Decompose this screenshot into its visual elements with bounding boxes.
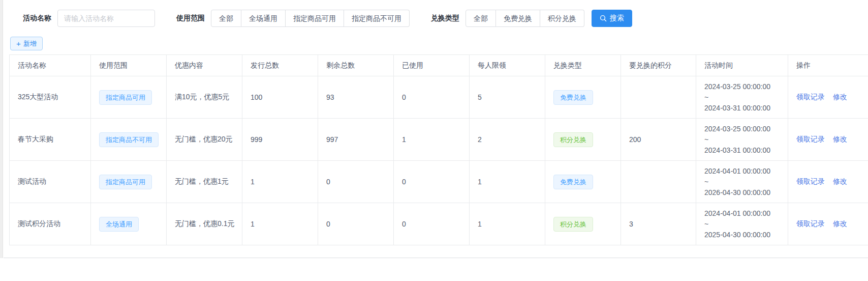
search-button[interactable]: 搜索 [592,10,632,27]
cell-usage-scope: 指定商品可用 [91,161,167,203]
time-separator: ~ [704,92,780,103]
cell-actions: 领取记录 修改 [788,203,868,245]
activity-name-input[interactable] [57,10,155,27]
cell-usage-scope: 指定商品不可用 [91,119,167,161]
cell-points-required: 200 [621,119,696,161]
usage-scope-button-group: 全部 全场通用 指定商品可用 指定商品不可用 [211,10,410,27]
page-left-gutter [0,0,3,258]
edit-link[interactable]: 修改 [833,219,847,228]
col-header-exchange-type: 兑换类型 [545,55,621,76]
cell-used: 0 [394,203,470,245]
filter-bar: 活动名称 使用范围 全部 全场通用 指定商品可用 指定商品不可用 兑换类型 全部… [0,0,868,27]
col-header-usage-scope: 使用范围 [91,55,167,76]
usage-scope-tag: 指定商品可用 [99,175,152,189]
cell-total-issued: 1 [242,203,318,245]
cell-exchange-type: 积分兑换 [545,203,621,245]
cell-per-person-limit: 1 [470,161,545,203]
usage-scope-option-specified-usable[interactable]: 指定商品可用 [286,10,344,27]
cell-total-remaining: 93 [318,76,394,119]
cell-activity-name: 325大型活动 [10,76,91,119]
cell-used: 1 [394,119,470,161]
time-end: 2024-03-31 00:00:00 [704,103,780,114]
exchange-type-tag: 积分兑换 [553,132,593,147]
table-header-row: 活动名称 使用范围 优惠内容 发行总数 剩余总数 已使用 每人限领 兑换类型 要… [10,55,868,76]
cell-per-person-limit: 5 [470,76,545,119]
usage-scope-tag: 指定商品可用 [99,90,152,105]
exchange-type-tag: 免费兑换 [553,90,593,105]
cell-usage-scope: 指定商品可用 [91,76,167,119]
exchange-type-option-all[interactable]: 全部 [466,10,496,27]
usage-scope-option-all[interactable]: 全部 [211,10,241,27]
claim-record-link[interactable]: 领取记录 [796,135,825,143]
cell-activity-time: 2024-03-25 00:00:00 ~ 2024-03-31 00:00:0… [696,119,788,161]
cell-points-required: 3 [621,203,696,245]
edit-link[interactable]: 修改 [833,93,847,101]
usage-scope-tag: 指定商品不可用 [99,132,159,147]
claim-record-link[interactable]: 领取记录 [796,177,825,185]
cell-activity-name: 测试积分活动 [10,203,91,245]
cell-discount-content: 无门槛，优惠0.1元 [167,203,242,245]
time-start: 2024-03-25 00:00:00 [704,124,780,134]
cell-activity-time: 2024-04-01 00:00:00 ~ 2025-04-30 00:00:0… [696,203,788,245]
exchange-type-tag: 积分兑换 [553,217,593,232]
cell-usage-scope: 全场通用 [91,203,167,245]
cell-activity-name: 春节大采购 [10,119,91,161]
exchange-type-button-group: 全部 免费兑换 积分兑换 [466,10,584,27]
cell-points-required [621,76,696,119]
cell-actions: 领取记录 修改 [788,161,868,203]
cell-used: 0 [394,161,470,203]
edit-link[interactable]: 修改 [833,135,847,143]
cell-per-person-limit: 2 [470,119,545,161]
cell-total-remaining: 0 [318,203,394,245]
table-row: 测试积分活动 全场通用 无门槛，优惠0.1元 1 0 0 1 积分兑换 3 20… [10,203,868,245]
cell-used: 0 [394,76,470,119]
cell-actions: 领取记录 修改 [788,119,868,161]
cell-exchange-type: 积分兑换 [545,119,621,161]
cell-actions: 领取记录 修改 [788,76,868,119]
claim-record-link[interactable]: 领取记录 [796,93,825,101]
cell-discount-content: 满10元，优惠5元 [167,76,242,119]
cell-total-issued: 999 [242,119,318,161]
search-icon [600,15,607,22]
time-end: 2025-04-30 00:00:00 [704,230,780,240]
time-start: 2024-04-01 00:00:00 [704,166,780,177]
activity-table-wrap: 活动名称 使用范围 优惠内容 发行总数 剩余总数 已使用 每人限领 兑换类型 要… [9,54,868,245]
activity-table: 活动名称 使用范围 优惠内容 发行总数 剩余总数 已使用 每人限领 兑换类型 要… [9,54,868,245]
exchange-type-label: 兑换类型 [431,14,459,23]
time-start: 2024-03-25 00:00:00 [704,81,780,92]
time-separator: ~ [704,219,780,230]
col-header-points-required: 要兑换的积分 [621,55,696,76]
usage-scope-option-specified-unusable[interactable]: 指定商品不可用 [344,10,410,27]
add-button[interactable]: + 新增 [10,37,43,50]
col-header-total-remaining: 剩余总数 [318,55,394,76]
claim-record-link[interactable]: 领取记录 [796,219,825,228]
add-button-label: 新增 [23,39,37,48]
table-row: 春节大采购 指定商品不可用 无门槛，优惠20元 999 997 1 2 积分兑换… [10,119,868,161]
cell-activity-name: 测试活动 [10,161,91,203]
usage-scope-tag: 全场通用 [99,217,139,232]
table-row: 测试活动 指定商品可用 无门槛，优惠1元 1 0 0 1 免费兑换 2024-0… [10,161,868,203]
cell-total-issued: 100 [242,76,318,119]
col-header-activity-time: 活动时间 [696,55,788,76]
edit-link[interactable]: 修改 [833,177,847,185]
time-end: 2024-03-31 00:00:00 [704,145,780,156]
col-header-actions: 操作 [788,55,868,76]
usage-scope-option-universal[interactable]: 全场通用 [241,10,286,27]
cell-discount-content: 无门槛，优惠1元 [167,161,242,203]
time-separator: ~ [704,177,780,187]
activity-name-label: 活动名称 [23,14,51,23]
cell-activity-time: 2024-03-25 00:00:00 ~ 2024-03-31 00:00:0… [696,76,788,119]
col-header-activity-name: 活动名称 [10,55,91,76]
exchange-type-option-points[interactable]: 积分兑换 [540,10,584,27]
exchange-type-tag: 免费兑换 [553,175,593,189]
col-header-discount-content: 优惠内容 [167,55,242,76]
table-row: 325大型活动 指定商品可用 满10元，优惠5元 100 93 0 5 免费兑换… [10,76,868,119]
exchange-type-option-free[interactable]: 免费兑换 [496,10,540,27]
time-separator: ~ [704,134,780,145]
panel-bottom-divider [4,258,868,258]
col-header-used: 已使用 [394,55,470,76]
cell-discount-content: 无门槛，优惠20元 [167,119,242,161]
cell-points-required [621,161,696,203]
search-button-label: 搜索 [610,14,624,23]
plus-icon: + [16,40,21,47]
